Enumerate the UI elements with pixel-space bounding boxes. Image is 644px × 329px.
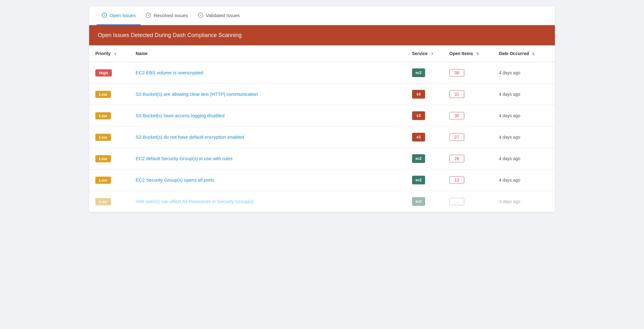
col-header-priority[interactable]: Priority ▼ (89, 45, 129, 62)
cell-open-items-1: 31 (443, 84, 493, 105)
cell-open-items-2: 30 (443, 105, 493, 127)
cell-name-6: IAM user(s) can affect All Resources in … (129, 191, 406, 212)
date-text-5: 4 days ago (499, 178, 520, 183)
cell-priority-6: Low (89, 191, 129, 212)
service-badge-0: ec2 (412, 68, 425, 77)
issues-banner: Open Issues Detected During Dash Complia… (89, 25, 555, 45)
cell-open-items-5: 13 (443, 169, 493, 191)
open-items-count-0: 38 (449, 69, 464, 76)
date-text-2: 4 days ago (499, 113, 520, 118)
sort-icon-date: ⇅ (532, 52, 535, 56)
open-items-count-3: 27 (449, 133, 464, 141)
open-items-count-5: 13 (449, 176, 464, 184)
date-text-3: 4 days ago (499, 135, 520, 140)
tab-open-issues[interactable]: Open Issues (97, 6, 141, 25)
date-text-1: 4 days ago (499, 92, 520, 97)
check-circle-icon-resolved (146, 12, 151, 18)
cell-service-6: ec2 (406, 191, 443, 212)
table-row: Low S3 Bucket(s) are allowing clear text… (89, 84, 555, 105)
service-badge-1: s3 (412, 90, 425, 99)
table-row: Low S3 Bucket(s) have access logging dis… (89, 105, 555, 127)
table-row: Low EC2 Security Group(s) opens all port… (89, 169, 555, 191)
cell-service-1: s3 (406, 84, 443, 105)
banner-text: Open Issues Detected During Dash Complia… (98, 32, 242, 38)
open-items-count-4: 26 (449, 155, 464, 162)
priority-badge-4: Low (95, 155, 111, 162)
sort-icon-priority: ▼ (114, 52, 117, 56)
table-row: Low IAM user(s) can affect All Resources… (89, 191, 555, 212)
cell-service-5: ec2 (406, 169, 443, 191)
open-items-count-2: 30 (449, 112, 464, 119)
cell-date-6: 4 days ago (493, 191, 555, 212)
priority-badge-3: Low (95, 134, 111, 141)
cell-name-2: S3 Bucket(s) have access logging disable… (129, 105, 406, 127)
cell-open-items-4: 26 (443, 148, 493, 169)
cell-service-3: s3 (406, 127, 443, 148)
issue-link-6[interactable]: IAM user(s) can affect All Resources in … (136, 199, 254, 204)
service-badge-6: ec2 (412, 197, 425, 206)
open-items-count-6: ... (449, 198, 464, 205)
tab-open-issues-label: Open Issues (110, 13, 136, 18)
cell-date-1: 4 days ago (493, 84, 555, 105)
priority-badge-0: High (95, 69, 112, 76)
issue-link-1[interactable]: S3 Bucket(s) are allowing clear text (HT… (136, 91, 258, 97)
cell-name-1: S3 Bucket(s) are allowing clear text (HT… (129, 84, 406, 105)
cell-date-2: 4 days ago (493, 105, 555, 127)
cell-priority-5: Low (89, 169, 129, 191)
issue-link-5[interactable]: EC2 Security Group(s) opens all ports (136, 177, 214, 183)
cell-priority-1: Low (89, 84, 129, 105)
priority-badge-5: Low (95, 177, 111, 184)
table-row: Low S3 Bucket(s) do not have default enc… (89, 127, 555, 148)
priority-badge-6: Low (95, 198, 111, 205)
priority-badge-2: Low (95, 112, 111, 119)
tab-bar: Open Issues Resolved Issues Validated Is… (89, 6, 555, 25)
date-text-6: 4 days ago (499, 199, 520, 204)
col-header-service[interactable]: Service ▼ (406, 45, 443, 62)
cell-priority-0: High (89, 62, 129, 84)
table-row: High EC2 EBS volume is unencrypted ec2 3… (89, 62, 555, 84)
sort-icon-service: ▼ (431, 52, 434, 56)
cell-name-5: EC2 Security Group(s) opens all ports (129, 169, 406, 191)
service-badge-5: ec2 (412, 176, 425, 184)
cell-open-items-6: ... (443, 191, 493, 212)
date-text-0: 4 days ago (499, 70, 520, 75)
col-header-name: Name (129, 45, 406, 62)
cell-priority-2: Low (89, 105, 129, 127)
cell-name-4: EC2 default Security Group(s) in use wit… (129, 148, 406, 169)
main-container: Open Issues Resolved Issues Validated Is… (89, 6, 555, 212)
issues-table: Priority ▼ Name Service ▼ Open Items ⇅ (89, 45, 555, 212)
priority-badge-1: Low (95, 91, 111, 98)
open-items-count-1: 31 (449, 90, 464, 98)
service-badge-3: s3 (412, 133, 425, 141)
issue-link-0[interactable]: EC2 EBS volume is unencrypted (136, 70, 203, 75)
issues-table-wrapper: Priority ▼ Name Service ▼ Open Items ⇅ (89, 45, 555, 212)
cell-date-3: 4 days ago (493, 127, 555, 148)
cell-priority-3: Low (89, 127, 129, 148)
table-row: Low EC2 default Security Group(s) in use… (89, 148, 555, 169)
sort-icon-open-items: ⇅ (476, 52, 479, 56)
check-circle-icon-validated (198, 12, 203, 18)
issue-link-2[interactable]: S3 Bucket(s) have access logging disable… (136, 113, 224, 118)
cell-priority-4: Low (89, 148, 129, 169)
date-text-4: 4 days ago (499, 156, 520, 161)
cell-service-4: ec2 (406, 148, 443, 169)
cell-open-items-3: 27 (443, 127, 493, 148)
cell-service-0: ec2 (406, 62, 443, 84)
alert-circle-icon (102, 12, 107, 18)
tab-validated-issues[interactable]: Validated Issues (193, 6, 245, 25)
col-header-open-items[interactable]: Open Items ⇅ (443, 45, 493, 62)
issue-link-4[interactable]: EC2 default Security Group(s) in use wit… (136, 156, 233, 161)
service-badge-2: s3 (412, 111, 425, 120)
table-header-row: Priority ▼ Name Service ▼ Open Items ⇅ (89, 45, 555, 62)
cell-name-0: EC2 EBS volume is unencrypted (129, 62, 406, 84)
cell-name-3: S3 Bucket(s) do not have default encrypt… (129, 127, 406, 148)
cell-open-items-0: 38 (443, 62, 493, 84)
tab-resolved-issues[interactable]: Resolved Issues (141, 6, 193, 25)
tab-resolved-issues-label: Resolved Issues (154, 13, 188, 18)
cell-date-5: 4 days ago (493, 169, 555, 191)
issue-link-3[interactable]: S3 Bucket(s) do not have default encrypt… (136, 134, 244, 140)
col-header-date-occurred[interactable]: Date Occurred ⇅ (493, 45, 555, 62)
tab-validated-issues-label: Validated Issues (206, 13, 240, 18)
cell-date-0: 4 days ago (493, 62, 555, 84)
cell-date-4: 4 days ago (493, 148, 555, 169)
